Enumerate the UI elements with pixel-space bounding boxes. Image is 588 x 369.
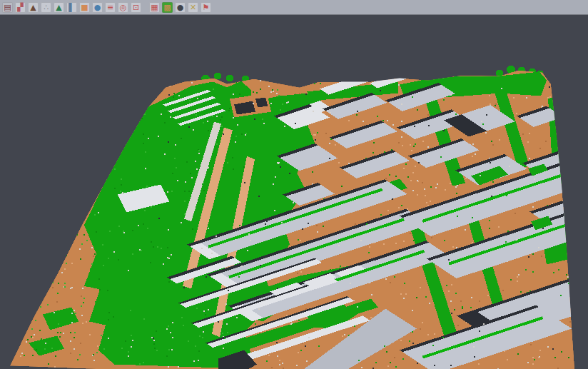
classification-palette-icon[interactable]: ▩: [162, 2, 173, 13]
gray-points-glyph: ∴: [44, 1, 49, 12]
red-grid-glyph: ▦: [151, 1, 158, 12]
green-hill-terrain-glyph: ▲: [56, 1, 61, 12]
red-ring-glyph: ◎: [120, 1, 127, 12]
toolbar: ▤▞▲∴▲▌■●≡◎⊡▦▩●✕⚑: [0, 0, 588, 15]
blue-globe-icon[interactable]: ●: [92, 2, 103, 13]
yellow-marker-icon[interactable]: ✕: [188, 2, 198, 13]
brown-hill-terrain-icon[interactable]: ▲: [28, 2, 39, 13]
point-cloud-render: [0, 15, 588, 369]
red-extent-glyph: ⊡: [133, 1, 139, 12]
maroon-grid-glyph: ▤: [4, 1, 11, 12]
red-teal-scatter-glyph: ▞: [17, 1, 23, 12]
maroon-grid-icon[interactable]: ▤: [2, 2, 13, 13]
classification-palette-glyph: ▩: [163, 1, 171, 12]
blue-globe-glyph: ●: [94, 1, 101, 12]
red-flag-glyph: ⚑: [203, 1, 210, 12]
gray-points-icon[interactable]: ∴: [41, 2, 51, 13]
red-list-glyph: ≡: [107, 1, 113, 12]
orange-tile-icon[interactable]: ■: [79, 2, 90, 13]
dark-sphere-glyph: ●: [177, 1, 184, 12]
red-flag-icon[interactable]: ⚑: [201, 2, 211, 13]
red-list-icon[interactable]: ≡: [105, 2, 116, 13]
red-grid-icon[interactable]: ▦: [149, 2, 160, 13]
red-ring-icon[interactable]: ◎: [118, 2, 128, 13]
red-teal-scatter-icon[interactable]: ▞: [15, 2, 26, 13]
3d-viewport[interactable]: [0, 15, 588, 369]
green-hill-terrain-icon[interactable]: ▲: [54, 2, 64, 13]
blue-column-icon[interactable]: ▌: [66, 2, 77, 13]
yellow-marker-glyph: ✕: [190, 1, 196, 12]
red-extent-icon[interactable]: ⊡: [131, 2, 141, 13]
orange-tile-glyph: ■: [81, 1, 88, 12]
brown-hill-terrain-glyph: ▲: [30, 1, 36, 12]
dark-sphere-icon[interactable]: ●: [175, 2, 186, 13]
blue-column-glyph: ▌: [69, 1, 74, 12]
